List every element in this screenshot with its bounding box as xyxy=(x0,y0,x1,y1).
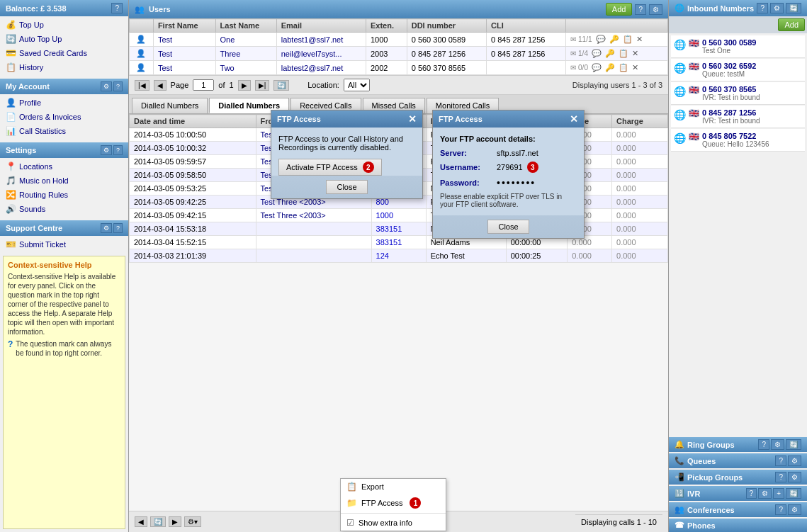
ring-groups-refresh[interactable]: 🔄 xyxy=(786,439,801,450)
calls-next-btn[interactable]: ▶ xyxy=(169,516,181,527)
pickup-help[interactable]: ? xyxy=(775,472,786,482)
call-row[interactable]: 2014-03-03 21:01:39 124 Echo Test 00:00:… xyxy=(130,249,668,263)
nav-item-callstats[interactable]: 📊 Call Statistics xyxy=(0,124,128,138)
users-help-btn[interactable]: ? xyxy=(635,4,646,15)
users-settings-btn[interactable]: ⚙ xyxy=(649,4,662,15)
balance-help-btn[interactable]: ? xyxy=(111,3,123,13)
action-icon-4[interactable]: ✕ xyxy=(632,63,638,72)
inbound-item[interactable]: 🌐 🇬🇧 0 560 300 0589 Test One xyxy=(671,35,805,58)
last-page-btn[interactable]: ▶| xyxy=(255,80,270,91)
nav-item-routing[interactable]: 🔀 Routing Rules xyxy=(0,188,128,202)
next-page-btn[interactable]: ▶ xyxy=(238,80,251,91)
action-icon-4[interactable]: ✕ xyxy=(632,49,638,57)
call-row[interactable]: 2014-03-05 09:42:15 Test Three <2003> 10… xyxy=(130,209,668,222)
user-first: Test xyxy=(153,33,215,47)
inbound-item[interactable]: 🌐 🇬🇧 0 845 287 1256 IVR: Test in bound xyxy=(671,106,805,128)
nav-item-savedcards[interactable]: 💳 Saved Credit Cards xyxy=(0,46,128,60)
nav-item-sounds[interactable]: 🔊 Sounds xyxy=(0,202,128,216)
queues-help[interactable]: ? xyxy=(775,455,786,466)
action-icon-1[interactable]: 💬 xyxy=(592,49,602,57)
nav-item-autotopup[interactable]: 🔄 Auto Top Up xyxy=(0,32,128,46)
nav-item-music[interactable]: 🎵 Music on Hold xyxy=(0,174,128,188)
ring-groups-help[interactable]: ? xyxy=(758,439,769,450)
action-icon-4[interactable]: ✕ xyxy=(636,35,643,43)
settings-settings-btn[interactable]: ⚙ xyxy=(101,145,112,155)
refresh-btn[interactable]: 🔄 xyxy=(273,80,289,91)
prev-page-btn[interactable]: ◀ xyxy=(154,80,167,91)
call-date: 2014-03-05 10:00:50 xyxy=(130,128,256,142)
users-title: 👥 Users xyxy=(135,5,171,14)
ivr-add[interactable]: + xyxy=(773,488,784,499)
action-icon-1[interactable]: 💬 xyxy=(592,63,602,72)
inbound-item[interactable]: 🌐 🇬🇧 0 560 302 6592 Queue: testM xyxy=(671,59,805,81)
ftp-modal-2-close-btn[interactable]: Close xyxy=(487,220,529,234)
tab-dialled[interactable]: Dialled Numbers xyxy=(132,98,208,113)
user-row[interactable]: 👤 Test One labtest1@ssl7.net 1000 0 560 … xyxy=(130,33,668,47)
user-cli: 0 845 287 1256 xyxy=(486,33,565,47)
users-icon: 👥 xyxy=(135,5,145,14)
call-charge: 0.000 xyxy=(612,142,668,155)
nav-item-locations[interactable]: 📍 Locations xyxy=(0,159,128,174)
call-row[interactable]: 2014-03-04 15:52:15 383151 Neil Adams 00… xyxy=(130,236,668,249)
my-account-help-btn[interactable]: ? xyxy=(113,81,123,91)
col-lastname: Last Name xyxy=(215,19,276,33)
inbound-settings-btn[interactable]: ⚙ xyxy=(770,3,784,13)
inbound-refresh-btn[interactable]: 🔄 xyxy=(786,3,801,13)
action-icon-2[interactable]: 🔑 xyxy=(605,49,615,57)
users-add-btn[interactable]: Add xyxy=(606,3,633,16)
action-icon-2[interactable]: 🔑 xyxy=(605,63,615,72)
inbound-add-bar: Add xyxy=(669,16,807,33)
action-icon-3[interactable]: 📋 xyxy=(619,49,628,57)
inbound-desc-0: Test One xyxy=(702,47,756,55)
nav-item-topup[interactable]: 💰 Top Up xyxy=(0,18,128,32)
user-avatar: 👤 xyxy=(130,33,154,47)
ring-groups-settings[interactable]: ⚙ xyxy=(771,439,784,450)
first-page-btn[interactable]: |◀ xyxy=(135,80,149,91)
conferences-help[interactable]: ? xyxy=(775,504,786,515)
user-last: One xyxy=(215,33,276,47)
nav-item-orders[interactable]: 📄 Orders & Invoices xyxy=(0,110,128,124)
action-icon-2[interactable]: 🔑 xyxy=(609,35,619,43)
ivr-refresh[interactable]: 🔄 xyxy=(786,488,801,499)
calls-refresh-btn[interactable]: 🔄 xyxy=(150,516,166,527)
call-charge: 0.000 xyxy=(612,155,668,169)
nav-item-topup-label: Top Up xyxy=(19,21,44,29)
support-help-btn[interactable]: ? xyxy=(113,223,123,233)
page-input[interactable] xyxy=(193,79,214,91)
action-icon-3[interactable]: 📋 xyxy=(623,35,633,43)
inbound-item[interactable]: 🌐 🇬🇧 0 560 370 8565 IVR: Test in bound xyxy=(671,82,805,105)
call-dest: Echo Test xyxy=(426,249,506,263)
settings-help-btn[interactable]: ? xyxy=(113,145,123,155)
calls-prev-btn[interactable]: ◀ xyxy=(135,516,147,527)
ftp-modal-1-close-btn[interactable]: Close xyxy=(326,180,367,194)
nav-item-profile[interactable]: 👤 Profile xyxy=(0,96,128,110)
user-row[interactable]: 👤 Test Two labtest2@ssl7.net 2002 0 560 … xyxy=(130,61,668,75)
user-last: Two xyxy=(215,61,276,75)
queues-settings[interactable]: ⚙ xyxy=(788,455,801,466)
settings-header: Settings ⚙ ? xyxy=(0,142,128,158)
action-icon-1[interactable]: 💬 xyxy=(596,35,606,43)
activate-ftp-btn[interactable]: Activate FTP Access 2 xyxy=(278,159,382,176)
call-row[interactable]: 2014-03-04 15:53:18 383151 Neil Adams 00… xyxy=(130,222,668,236)
profile-icon: 👤 xyxy=(6,98,16,108)
conferences-settings[interactable]: ⚙ xyxy=(788,504,801,515)
ivr-help[interactable]: ? xyxy=(746,488,757,499)
calls-settings-btn[interactable]: ⚙▾ xyxy=(184,516,201,527)
my-account-settings-btn[interactable]: ⚙ xyxy=(101,81,112,91)
ftp-modal-2-close-icon[interactable]: ✕ xyxy=(570,113,578,125)
inbound-help-btn[interactable]: ? xyxy=(757,3,768,13)
pickup-settings[interactable]: ⚙ xyxy=(788,472,801,482)
inbound-item[interactable]: 🌐 🇬🇧 0 845 805 7522 Queue: Hello 123456 xyxy=(671,129,805,152)
location-select[interactable]: All xyxy=(344,79,370,91)
nav-item-history[interactable]: 📋 History xyxy=(0,60,128,74)
nav-item-ticket[interactable]: 🎫 Submit Ticket xyxy=(0,237,128,251)
support-settings-btn[interactable]: ⚙ xyxy=(101,223,112,233)
action-icon-3[interactable]: 📋 xyxy=(619,63,628,72)
ivr-settings[interactable]: ⚙ xyxy=(758,488,772,499)
inbound-add-btn[interactable]: Add xyxy=(778,18,805,31)
ftp-modal-1-header: FTP Access ✕ xyxy=(271,111,422,128)
ftp-modal-1-close-icon[interactable]: ✕ xyxy=(408,113,417,125)
conferences-header: 👥 Conferences ? ⚙ xyxy=(669,502,807,517)
call-from xyxy=(256,236,371,249)
user-row[interactable]: 👤 Test Three neil@level7syst... 2003 0 8… xyxy=(130,47,668,61)
